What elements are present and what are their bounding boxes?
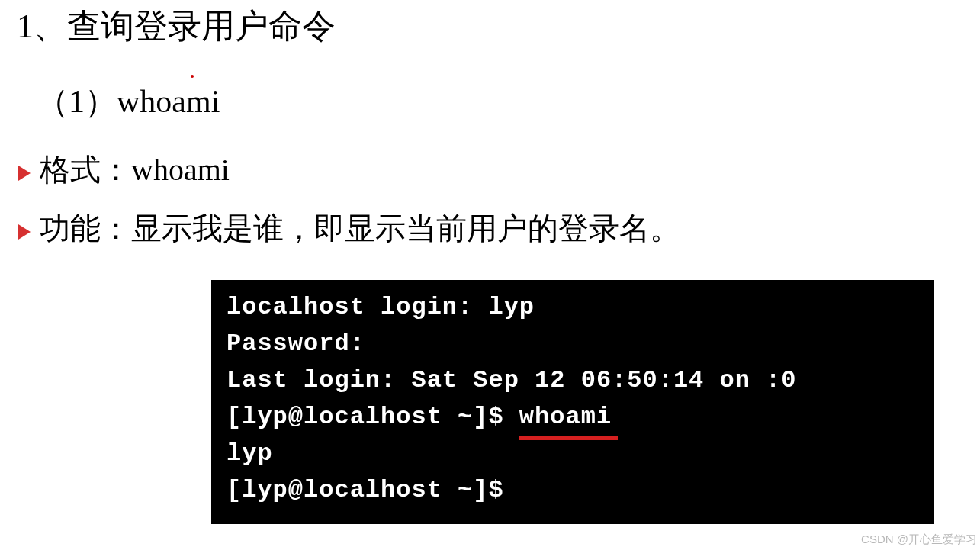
bullet-format: 格式： whoami [18, 149, 230, 191]
red-dot-marker [191, 75, 194, 78]
terminal-line-login: localhost login: lyp [227, 289, 919, 326]
terminal-window: localhost login: lyp Password: Last logi… [211, 280, 934, 524]
subheading-whoami: （1）whoami [37, 80, 220, 123]
terminal-line-command: [lyp@localhost ~]$ whoami [227, 399, 919, 436]
bullet-function-value: 显示我是谁，即显示当前用户的登录名。 [131, 207, 680, 249]
bullet-format-label: 格式： [40, 149, 131, 191]
heading-title: 1、查询登录用户命令 [17, 4, 336, 49]
terminal-line-password: Password: [227, 326, 919, 362]
terminal-whoami-command: whoami [519, 399, 612, 436]
terminal-prompt-1: [lyp@localhost ~]$ [227, 403, 519, 431]
terminal-line-prompt2: [lyp@localhost ~]$ [227, 472, 919, 509]
arrow-right-icon [18, 224, 31, 240]
bullet-function: 功能： 显示我是谁，即显示当前用户的登录名。 [18, 207, 680, 249]
terminal-line-lastlogin: Last login: Sat Sep 12 06:50:14 on :0 [227, 362, 919, 399]
watermark-text: CSDN @开心鱼爱学习 [861, 532, 977, 547]
terminal-line-output: lyp [227, 436, 919, 472]
arrow-right-icon [18, 166, 31, 181]
bullet-format-value: whoami [131, 152, 230, 188]
bullet-function-label: 功能： [40, 207, 131, 249]
